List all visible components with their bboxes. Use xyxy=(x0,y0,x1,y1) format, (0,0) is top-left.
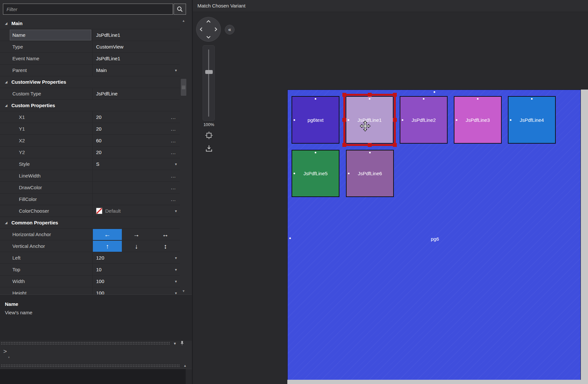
canvas-view-pg6text[interactable]: pg6text xyxy=(292,96,339,144)
resize-handle-br[interactable] xyxy=(393,143,397,147)
ellipsis-button[interactable]: ... xyxy=(171,185,176,190)
anchor-button-horizontal-anchor-2[interactable]: ↔ xyxy=(151,229,180,240)
property-row-height[interactable]: Height100▾ xyxy=(0,287,180,294)
canvas-view-jspdfline2[interactable]: JsPdfLine2 xyxy=(400,96,448,144)
section-header-main[interactable]: ◢Main xyxy=(0,18,180,29)
ellipsis-button[interactable]: ... xyxy=(171,149,176,155)
properties-scrollbar[interactable]: ▲ ▼ xyxy=(180,18,187,294)
scroll-up-icon[interactable]: ▲ xyxy=(181,363,189,368)
property-row-top[interactable]: Top10▾ xyxy=(0,264,180,276)
ellipsis-button[interactable]: ... xyxy=(171,126,176,132)
property-value[interactable]: ... xyxy=(93,193,180,205)
property-value[interactable]: Default▾ xyxy=(93,205,180,217)
anchor-button-vertical-anchor-1[interactable]: ↓ xyxy=(122,241,151,252)
dropdown-arrow-icon[interactable]: ▾ xyxy=(175,291,177,295)
property-row-colorchooser[interactable]: ColorChooserDefault▾ xyxy=(0,205,180,217)
canvas-view-jspdfline3[interactable]: JsPdfLine3 xyxy=(454,96,502,144)
anchor-button-vertical-anchor-0[interactable]: ↑ xyxy=(93,241,122,252)
expander-icon[interactable]: ◢ xyxy=(5,80,9,84)
splitter-grip[interactable] xyxy=(1,342,170,345)
property-value[interactable]: 100▾ xyxy=(93,276,180,287)
expander-icon[interactable]: ◢ xyxy=(5,104,9,107)
canvas-view-jspdfline4[interactable]: JsPdfLine4 xyxy=(508,96,556,144)
splitter-grip[interactable] xyxy=(1,364,179,367)
scroll-up-icon[interactable]: ▲ xyxy=(180,18,187,23)
selection-outline[interactable] xyxy=(343,94,396,146)
property-row-fillcolor[interactable]: FillColor... xyxy=(0,193,180,205)
property-row-event-name[interactable]: Event NameJsPdfLine1 xyxy=(0,53,180,64)
ellipsis-button[interactable]: ... xyxy=(171,196,176,202)
property-row-width[interactable]: Width100▾ xyxy=(0,276,180,287)
property-row-custom-type[interactable]: Custom TypeJsPdfLine xyxy=(0,88,180,100)
property-row-y1[interactable]: Y120... xyxy=(0,123,180,135)
expander-icon[interactable]: ◢ xyxy=(5,21,9,25)
property-row-horizontal-anchor[interactable]: Horizontal Anchor←→↔ xyxy=(0,229,180,240)
property-value[interactable]: S▾ xyxy=(93,158,180,170)
section-header-customview-properties[interactable]: ◢CustomView Properties xyxy=(0,76,180,88)
canvas-view-jspdfline5[interactable]: JsPdfLine5 xyxy=(292,150,339,197)
section-header-custom-properties[interactable]: ◢Custom Properties xyxy=(0,100,180,111)
horizontal-scrollbar[interactable] xyxy=(287,380,588,384)
scrollbar-thumb[interactable] xyxy=(181,79,186,96)
property-value[interactable]: ... xyxy=(93,182,180,193)
resize-handle-ml[interactable] xyxy=(342,118,346,122)
property-row-parent[interactable]: ParentMain▾ xyxy=(0,64,180,76)
vertical-scrollbar[interactable] xyxy=(581,90,588,384)
pan-up-icon[interactable] xyxy=(206,20,211,23)
property-value[interactable]: 20... xyxy=(93,147,180,158)
section-header-common-properties[interactable]: ◢Common Properties xyxy=(0,217,180,229)
filter-input[interactable] xyxy=(3,4,173,15)
dropdown-arrow-icon[interactable]: ▾ xyxy=(175,279,177,284)
property-value[interactable]: 20... xyxy=(93,111,180,123)
property-row-y2[interactable]: Y220... xyxy=(0,147,180,158)
search-button[interactable] xyxy=(174,4,186,15)
collapse-panel-button[interactable]: « xyxy=(225,25,235,35)
property-value[interactable]: 60... xyxy=(93,135,180,146)
resize-handle-tl[interactable] xyxy=(342,93,346,97)
property-value[interactable]: JsPdfLine1 xyxy=(93,53,180,64)
resize-handle-mr[interactable] xyxy=(393,118,397,122)
property-grid[interactable]: ◢MainNameJsPdfLine1TypeCustomViewEvent N… xyxy=(0,18,180,294)
property-row-x2[interactable]: X260... xyxy=(0,135,180,147)
property-value[interactable]: JsPdfLine1 xyxy=(93,29,180,41)
import-button[interactable] xyxy=(205,144,213,153)
property-value[interactable]: 20... xyxy=(93,123,180,135)
pan-right-icon[interactable] xyxy=(214,27,218,32)
chevron-down-icon[interactable]: ▾ xyxy=(174,341,176,346)
resize-handle-tr[interactable] xyxy=(393,93,397,97)
property-row-style[interactable]: StyleS▾ xyxy=(0,158,180,170)
resize-handle-tm[interactable] xyxy=(368,93,372,97)
dropdown-arrow-icon[interactable]: ▾ xyxy=(175,209,177,213)
panel-splitter-2[interactable]: ▲ xyxy=(0,363,192,369)
property-value[interactable]: 120▾ xyxy=(93,252,180,263)
ellipsis-button[interactable]: ... xyxy=(171,138,176,143)
log-prompt-area[interactable]: > ▾ xyxy=(0,346,192,363)
property-value[interactable]: 10▾ xyxy=(93,264,180,275)
zoom-slider-thumb[interactable] xyxy=(205,70,213,74)
property-row-name[interactable]: NameJsPdfLine1 xyxy=(0,29,180,41)
fit-to-screen-button[interactable] xyxy=(205,131,213,140)
pan-left-icon[interactable] xyxy=(200,27,203,32)
canvas-view-jspdfline6[interactable]: JsPdfLine6 xyxy=(346,150,394,197)
anchor-button-horizontal-anchor-0[interactable]: ← xyxy=(93,229,122,240)
property-value[interactable]: JsPdfLine xyxy=(93,88,180,99)
anchor-button-vertical-anchor-2[interactable]: ↕ xyxy=(151,241,180,252)
zoom-slider[interactable] xyxy=(203,45,215,121)
property-row-vertical-anchor[interactable]: Vertical Anchor↑↓↕ xyxy=(0,240,180,252)
resize-handle-bl[interactable] xyxy=(342,143,346,147)
resize-handle-bm[interactable] xyxy=(368,143,372,147)
anchor-button-horizontal-anchor-1[interactable]: → xyxy=(122,229,151,240)
dropdown-arrow-icon[interactable]: ▾ xyxy=(175,162,177,166)
pan-down-icon[interactable] xyxy=(206,36,211,39)
property-row-left[interactable]: Left120▾ xyxy=(0,252,180,264)
property-row-drawcolor[interactable]: DrawColor... xyxy=(0,182,180,193)
design-page-pg6[interactable]: pg6 pg6textJsPdfLine1JsPdfLine2JsPdfLine… xyxy=(287,90,581,384)
property-value[interactable]: Main▾ xyxy=(93,64,180,76)
dropdown-arrow-icon[interactable]: ▾ xyxy=(175,256,177,260)
property-row-linewidth[interactable]: LineWidth... xyxy=(0,170,180,182)
property-row-x1[interactable]: X120... xyxy=(0,111,180,123)
log-scrollbar[interactable] xyxy=(186,369,192,384)
ellipsis-button[interactable]: ... xyxy=(171,173,176,178)
ellipsis-button[interactable]: ... xyxy=(171,114,176,120)
log-panel[interactable] xyxy=(0,369,192,384)
